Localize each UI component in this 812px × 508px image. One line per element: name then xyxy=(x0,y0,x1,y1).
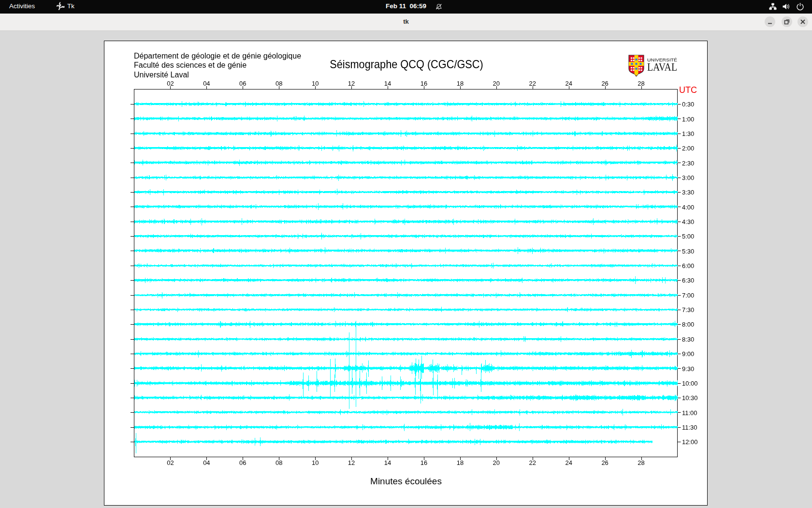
svg-text:LAVAL: LAVAL xyxy=(647,61,677,73)
